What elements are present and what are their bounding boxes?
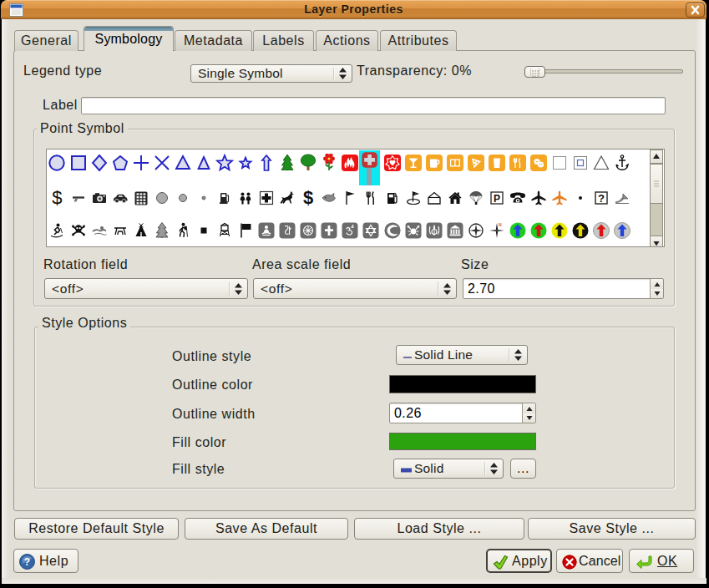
svg-text:?: ? (24, 556, 30, 568)
svg-text:P: P (494, 192, 500, 204)
svg-text:N: N (499, 222, 502, 227)
svg-text:?: ? (598, 191, 605, 204)
